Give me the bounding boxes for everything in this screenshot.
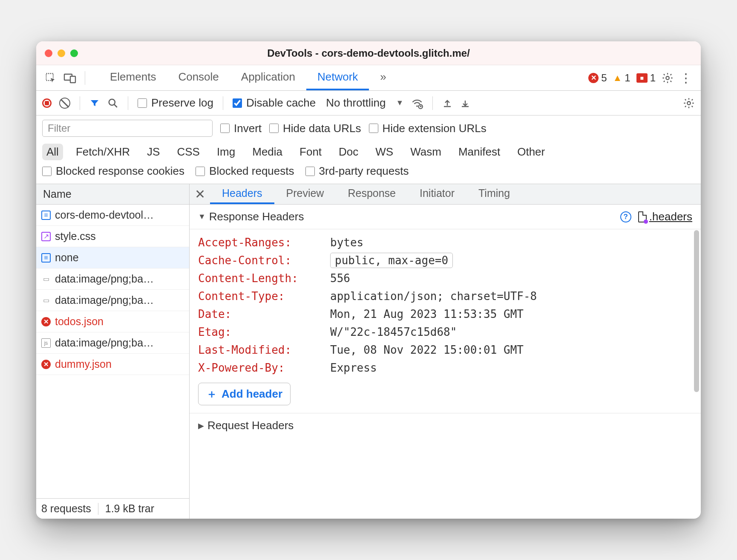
disclosure-icon: ▶ bbox=[198, 421, 204, 430]
request-headers-section: ▶ Request Headers bbox=[190, 413, 701, 438]
type-ws[interactable]: WS bbox=[371, 144, 397, 160]
request-list: Name ≡cors-demo-devtool…↗style.css≡none▭… bbox=[36, 184, 190, 519]
filter-icon[interactable] bbox=[89, 98, 100, 108]
tab-initiator[interactable]: Initiator bbox=[408, 184, 466, 204]
stylesheet-icon: ↗ bbox=[41, 232, 51, 241]
help-icon[interactable]: ? bbox=[620, 211, 631, 222]
issues-count[interactable]: ■ 1 bbox=[636, 72, 656, 84]
close-detail-icon[interactable]: ✕ bbox=[190, 187, 210, 202]
minimize-icon[interactable] bbox=[58, 49, 65, 57]
type-other[interactable]: Other bbox=[513, 144, 549, 160]
request-row[interactable]: ≡cors-demo-devtool… bbox=[36, 205, 189, 226]
request-row[interactable]: jsdata:image/png;ba… bbox=[36, 332, 189, 354]
network-settings-icon[interactable] bbox=[683, 97, 695, 109]
hide-ext-checkbox[interactable]: Hide extension URLs bbox=[369, 122, 487, 135]
header-value: Express bbox=[330, 361, 377, 374]
warning-count[interactable]: ▲ 1 bbox=[613, 72, 630, 84]
type-media[interactable]: Media bbox=[248, 144, 287, 160]
clear-button[interactable] bbox=[59, 98, 70, 109]
request-row[interactable]: ≡none bbox=[36, 247, 189, 268]
device-icon[interactable] bbox=[63, 72, 76, 84]
disable-cache-checkbox[interactable]: Disable cache bbox=[233, 96, 316, 110]
detail-tabs: ✕ Headers Preview Response Initiator Tim… bbox=[190, 184, 701, 205]
record-button[interactable] bbox=[42, 98, 52, 108]
svg-rect-2 bbox=[70, 76, 75, 83]
tab-preview[interactable]: Preview bbox=[274, 184, 336, 204]
request-headers-title[interactable]: ▶ Request Headers bbox=[190, 413, 701, 438]
issues-icon: ■ bbox=[636, 73, 648, 83]
tab-application[interactable]: Application bbox=[230, 65, 306, 90]
blocked-cookies-checkbox[interactable]: Blocked response cookies bbox=[42, 165, 184, 178]
tab-headers[interactable]: Headers bbox=[210, 184, 274, 204]
request-row[interactable]: ↗style.css bbox=[36, 226, 189, 247]
tab-response[interactable]: Response bbox=[336, 184, 408, 204]
scrollbar[interactable] bbox=[694, 230, 699, 392]
svg-point-8 bbox=[687, 101, 690, 104]
type-font[interactable]: Font bbox=[295, 144, 326, 160]
close-icon[interactable] bbox=[45, 49, 52, 57]
header-value[interactable]: public, max-age=0 bbox=[330, 253, 453, 268]
error-icon: ✕ bbox=[41, 360, 51, 369]
inspect-icon[interactable] bbox=[45, 72, 57, 84]
chevron-down-icon[interactable]: ▼ bbox=[396, 98, 403, 107]
request-name: data:image/png;ba… bbox=[55, 337, 154, 349]
script-icon: js bbox=[41, 338, 51, 348]
devtools-window: DevTools - cors-demo-devtools.glitch.me/… bbox=[36, 41, 701, 519]
response-headers-title[interactable]: ▼ Response Headers ? .headers bbox=[190, 205, 701, 229]
tabs-overflow[interactable]: » bbox=[369, 65, 397, 90]
header-value: Tue, 08 Nov 2022 15:00:01 GMT bbox=[330, 344, 524, 356]
warning-icon: ▲ bbox=[613, 72, 622, 84]
blocked-requests-checkbox[interactable]: Blocked requests bbox=[196, 165, 294, 178]
request-row[interactable]: ▭data:image/png;ba… bbox=[36, 268, 189, 290]
request-row[interactable]: ▭data:image/png;ba… bbox=[36, 290, 189, 311]
header-value: W/"22c-18457c15d68" bbox=[330, 326, 457, 338]
request-row[interactable]: ✕dummy.json bbox=[36, 354, 189, 375]
tab-network[interactable]: Network bbox=[306, 65, 369, 90]
header-key: X-Powered-By: bbox=[198, 361, 330, 374]
add-header-button[interactable]: ＋Add header bbox=[198, 383, 291, 405]
throttling-select[interactable]: No throttling bbox=[323, 96, 388, 110]
tab-console[interactable]: Console bbox=[167, 65, 230, 90]
download-har-icon[interactable] bbox=[460, 98, 470, 109]
header-row: X-Powered-By:Express bbox=[198, 359, 692, 377]
network-conditions-icon[interactable] bbox=[411, 97, 423, 109]
tab-elements[interactable]: Elements bbox=[99, 65, 167, 90]
tab-timing[interactable]: Timing bbox=[466, 184, 522, 204]
request-name: style.css bbox=[55, 230, 96, 242]
document-icon: ≡ bbox=[41, 211, 51, 220]
hide-data-checkbox[interactable]: Hide data URLs bbox=[269, 122, 361, 135]
response-headers-section: ▼ Response Headers ? .headers Accept-Ran… bbox=[190, 205, 701, 413]
type-img[interactable]: Img bbox=[213, 144, 239, 160]
request-items: ≡cors-demo-devtool…↗style.css≡none▭data:… bbox=[36, 205, 189, 498]
filter-input[interactable]: Filter bbox=[42, 120, 213, 137]
preserve-log-checkbox[interactable]: Preserve log bbox=[138, 96, 213, 110]
type-doc[interactable]: Doc bbox=[334, 144, 363, 160]
request-name: cors-demo-devtool… bbox=[55, 209, 154, 221]
thirdparty-checkbox[interactable]: 3rd-party requests bbox=[305, 165, 409, 178]
type-js[interactable]: JS bbox=[143, 144, 164, 160]
type-manifest[interactable]: Manifest bbox=[454, 144, 504, 160]
settings-icon[interactable] bbox=[662, 72, 674, 84]
header-row: Cache-Control:public, max-age=0 bbox=[198, 251, 692, 269]
column-name[interactable]: Name bbox=[36, 184, 189, 205]
blocked-row: Blocked response cookies Blocked request… bbox=[36, 165, 701, 184]
document-icon: ≡ bbox=[41, 253, 51, 263]
type-wasm[interactable]: Wasm bbox=[406, 144, 446, 160]
type-css[interactable]: CSS bbox=[173, 144, 204, 160]
disclosure-icon: ▼ bbox=[198, 212, 206, 221]
header-key: Content-Length: bbox=[198, 272, 330, 285]
fullscreen-icon[interactable] bbox=[70, 49, 78, 57]
more-icon[interactable]: ⋮ bbox=[679, 70, 692, 85]
search-icon[interactable] bbox=[107, 98, 118, 109]
upload-har-icon[interactable] bbox=[442, 98, 452, 109]
svg-point-4 bbox=[109, 99, 115, 105]
error-count[interactable]: ✕ 5 bbox=[588, 72, 607, 84]
window-title: DevTools - cors-demo-devtools.glitch.me/ bbox=[36, 47, 701, 59]
request-row[interactable]: ✕todos.json bbox=[36, 311, 189, 332]
content-split: Name ≡cors-demo-devtool…↗style.css≡none▭… bbox=[36, 184, 701, 519]
override-file-link[interactable]: .headers bbox=[638, 210, 692, 223]
type-all[interactable]: All bbox=[42, 144, 63, 160]
type-fetch[interactable]: Fetch/XHR bbox=[72, 144, 134, 160]
header-row: Date:Mon, 21 Aug 2023 11:53:35 GMT bbox=[198, 305, 692, 323]
invert-checkbox[interactable]: Invert bbox=[220, 122, 262, 135]
